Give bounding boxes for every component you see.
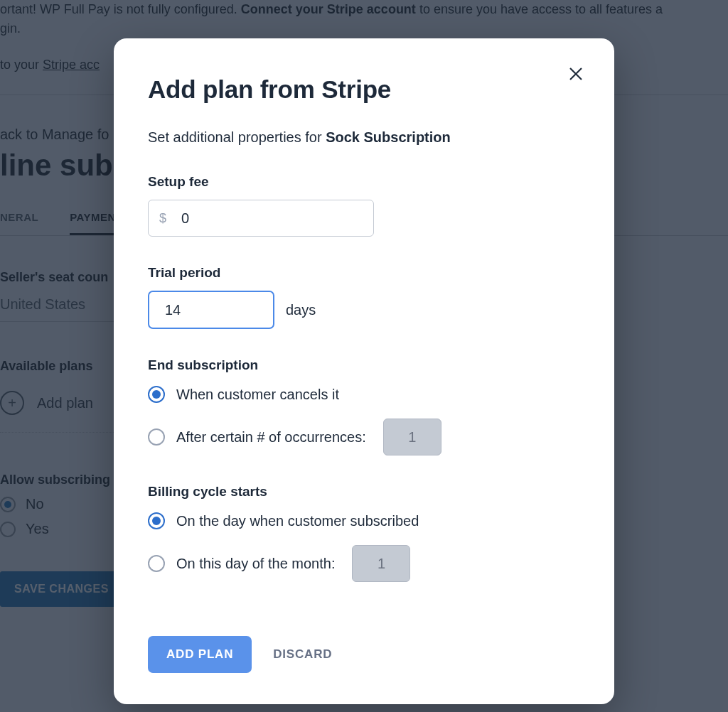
- add-plan-modal: Add plan from Stripe Set additional prop…: [114, 38, 614, 704]
- radio-label: After certain # of occurrences:: [176, 429, 366, 446]
- radio-icon[interactable]: [148, 386, 165, 403]
- radio-icon[interactable]: [148, 428, 165, 446]
- occurrences-input: 1: [383, 419, 441, 455]
- trial-period-label: Trial period: [148, 265, 580, 281]
- discard-button[interactable]: DISCARD: [273, 647, 332, 662]
- trial-unit: days: [286, 302, 316, 318]
- radio-label: On the day when customer subscribed: [176, 513, 419, 529]
- end-subscription-label: End subscription: [148, 357, 580, 373]
- end-sub-option-cancel[interactable]: When customer cancels it: [148, 386, 580, 403]
- month-day-input: 1: [352, 545, 410, 582]
- close-button[interactable]: [567, 65, 584, 85]
- radio-icon[interactable]: [148, 555, 165, 572]
- setup-fee-label: Setup fee: [148, 174, 580, 190]
- plan-name: Sock Subscription: [326, 129, 451, 145]
- billing-option-month-day[interactable]: On this day of the month: 1: [148, 545, 580, 582]
- add-plan-button[interactable]: ADD PLAN: [148, 636, 252, 673]
- radio-label: On this day of the month:: [176, 556, 335, 572]
- end-sub-option-occurrences[interactable]: After certain # of occurrences: 1: [148, 419, 580, 455]
- modal-subtitle: Set additional properties for Sock Subsc…: [148, 129, 580, 146]
- setup-fee-input-group[interactable]: $: [148, 200, 374, 237]
- trial-period-row: days: [148, 291, 580, 329]
- close-icon: [567, 65, 584, 82]
- trial-period-input[interactable]: [148, 291, 274, 329]
- currency-symbol: $: [149, 211, 177, 226]
- modal-title: Add plan from Stripe: [148, 75, 580, 104]
- subtitle-text: Set additional properties for: [148, 129, 326, 145]
- billing-cycle-label: Billing cycle starts: [148, 484, 580, 500]
- radio-label: When customer cancels it: [176, 387, 339, 403]
- modal-overlay: Add plan from Stripe Set additional prop…: [0, 0, 728, 712]
- billing-option-subscribe-day[interactable]: On the day when customer subscribed: [148, 512, 580, 529]
- setup-fee-input[interactable]: [177, 200, 373, 236]
- modal-actions: ADD PLAN DISCARD: [148, 636, 580, 673]
- radio-icon[interactable]: [148, 512, 165, 529]
